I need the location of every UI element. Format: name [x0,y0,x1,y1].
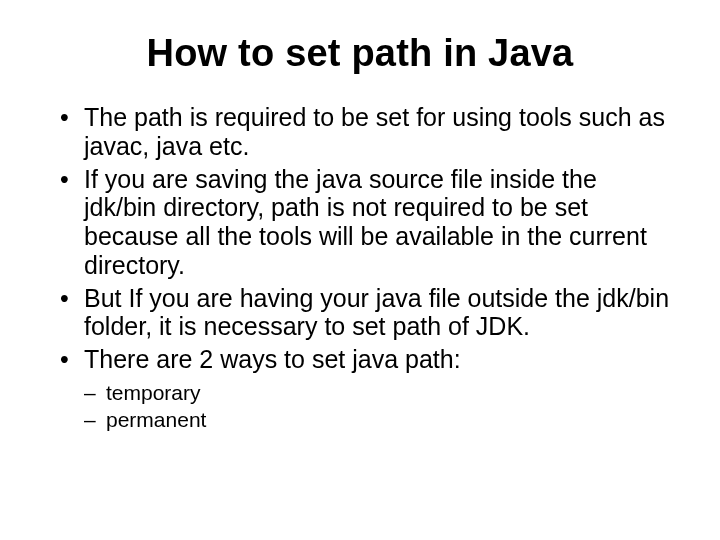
slide: How to set path in Java The path is requ… [0,0,720,540]
bullet-list: The path is required to be set for using… [48,103,672,374]
bullet-item: But If you are having your java file out… [56,284,672,342]
bullet-item: The path is required to be set for using… [56,103,672,161]
sub-bullet-item: permanent [84,407,672,432]
sub-bullet-list: temporary permanent [48,380,672,432]
slide-title: How to set path in Java [48,32,672,75]
sub-bullet-item: temporary [84,380,672,405]
bullet-item: If you are saving the java source file i… [56,165,672,280]
bullet-item: There are 2 ways to set java path: [56,345,672,374]
